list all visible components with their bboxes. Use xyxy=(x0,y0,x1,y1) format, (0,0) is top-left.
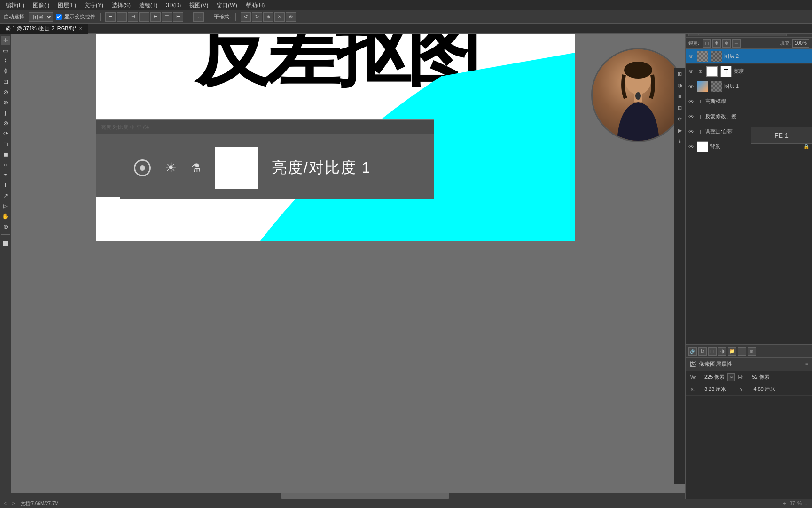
menu-text[interactable]: 文字(Y) xyxy=(81,0,107,10)
menu-edit[interactable]: 编辑(E) xyxy=(2,0,28,10)
statusbar-right-arrow[interactable]: > xyxy=(12,501,15,506)
new-group-btn[interactable]: 📁 xyxy=(728,347,736,356)
fill-value[interactable]: 100% xyxy=(792,39,809,48)
link-layers-btn[interactable]: 🔗 xyxy=(688,347,697,356)
layer-style-btn[interactable]: fx xyxy=(698,347,707,356)
lock-artboard-btn[interactable]: → xyxy=(732,39,741,48)
layer-item-layer2[interactable]: 👁 图层 2 xyxy=(686,49,812,64)
new-fill-btn[interactable]: ◑ xyxy=(718,347,726,356)
history-brush-tool[interactable]: ⟳ xyxy=(1,129,10,138)
layer-mode-select[interactable]: 图层 组 xyxy=(29,12,53,22)
adjustments-panel-toggle[interactable]: ◑ xyxy=(676,81,684,89)
layer-thumbnail-box[interactable] xyxy=(215,147,258,189)
lock-position-btn[interactable]: ⊕ xyxy=(722,39,731,48)
select-rect-tool[interactable]: ▭ xyxy=(1,46,10,56)
align-bottom[interactable]: ⊤ xyxy=(162,12,172,22)
clone-tool[interactable]: ⊗ xyxy=(1,119,10,128)
align-left[interactable]: ⊢ xyxy=(105,12,116,22)
eraser-tool[interactable]: ◻ xyxy=(1,139,10,149)
align-right[interactable]: ⊣ xyxy=(128,12,138,22)
more-btn[interactable]: ··· xyxy=(193,12,204,22)
lock-transparent-btn[interactable]: ◻ xyxy=(703,39,711,48)
tab-document[interactable]: @ 1 @ 371% (图层 2, RGB/8)* × xyxy=(0,24,88,34)
lasso-tool[interactable]: ⌇ xyxy=(1,56,10,66)
show-transform-label: 显示变换控件 xyxy=(64,13,95,20)
eyedropper-tool[interactable]: ⊘ xyxy=(1,87,10,97)
statusbar-left-arrow[interactable]: < xyxy=(4,501,7,506)
menu-3d[interactable]: 3D(D) xyxy=(162,1,185,9)
paths-panel-toggle[interactable]: ⊡ xyxy=(676,103,684,112)
statusbar-file-size: 文档:7.66M/27.7M xyxy=(21,500,59,507)
layer-eye-icon[interactable] xyxy=(134,159,151,176)
fg-color[interactable]: ◼ xyxy=(1,238,10,247)
new-layer-btn[interactable]: + xyxy=(738,347,746,356)
zoom-tool[interactable]: ⊕ xyxy=(1,222,10,231)
align-center-h[interactable]: ⊥ xyxy=(117,12,127,22)
layer-item-layer1[interactable]: 👁 图层 1 xyxy=(686,79,812,94)
zoom-out-icon[interactable]: - xyxy=(805,500,807,507)
zoom-in-icon[interactable]: + xyxy=(782,500,786,507)
distribute[interactable]: ⊢ xyxy=(173,12,183,22)
gradient-tool[interactable]: ◼ xyxy=(1,150,10,159)
undo-btn[interactable]: ↺ xyxy=(241,12,251,22)
text-tool[interactable]: T xyxy=(1,181,10,190)
menu-help[interactable]: 帮助(H) xyxy=(242,0,269,10)
menu-select[interactable]: 选择(S) xyxy=(108,0,134,10)
layer-item-width[interactable]: 👁 ⊕ T 宽度 xyxy=(686,64,812,79)
bg-visibility[interactable]: 👁 xyxy=(688,143,695,150)
layer2-visibility[interactable]: 👁 xyxy=(688,53,695,60)
brush-tool[interactable]: ∫ xyxy=(1,108,10,118)
h-value[interactable]: 52 像素 xyxy=(752,373,769,381)
align-center-v[interactable]: ⊢ xyxy=(150,12,161,22)
gaussian-visibility[interactable]: 👁 xyxy=(688,98,695,105)
cancel-btn[interactable]: ✕ xyxy=(274,12,285,22)
menu-filter[interactable]: 滤镜(T) xyxy=(135,0,161,10)
move-tool[interactable]: ✛ xyxy=(1,36,10,45)
x-value[interactable]: 3.23 厘米 xyxy=(704,386,726,393)
delete-layer-btn[interactable]: 🗑 xyxy=(748,347,756,356)
w-value[interactable]: 225 像素 xyxy=(704,373,725,381)
actions-panel-toggle[interactable]: ▶ xyxy=(676,126,684,135)
history-panel-toggle[interactable]: ⟳ xyxy=(676,115,684,123)
toolbar-divider-2 xyxy=(188,13,188,21)
link-wh-btn[interactable]: ∞ xyxy=(727,373,735,381)
menu-image[interactable]: 图像(I) xyxy=(29,0,53,10)
tab-close[interactable]: × xyxy=(79,26,82,31)
menu-window[interactable]: 窗口(W) xyxy=(213,0,241,10)
menu-layer[interactable]: 图层(L) xyxy=(54,0,80,10)
pen-tool[interactable]: ✒ xyxy=(1,170,10,180)
add-mask-btn[interactable]: ◻ xyxy=(708,347,717,356)
horizontal-scrollbar[interactable] xyxy=(11,493,685,499)
info-panel-toggle[interactable]: ℹ xyxy=(676,137,684,146)
fill-label: 填充: xyxy=(780,39,791,48)
channels-panel-toggle[interactable]: ≡ xyxy=(676,92,684,101)
hscroll-thumb[interactable] xyxy=(281,493,450,499)
confirm-btn[interactable]: ⊗ xyxy=(286,12,296,22)
hand-tool[interactable]: ✋ xyxy=(1,212,10,221)
show-transform-checkbox[interactable] xyxy=(56,14,62,20)
sun-brightness-icon[interactable]: ☀ xyxy=(165,160,177,175)
shape-tool[interactable]: ▷ xyxy=(1,201,10,211)
props-menu-btn[interactable]: ≡ xyxy=(805,362,808,367)
tool-divider xyxy=(1,234,10,235)
width-visibility[interactable]: 👁 xyxy=(688,68,695,75)
gaussian-icon: T xyxy=(697,98,703,105)
align-top[interactable]: — xyxy=(139,12,149,22)
path-select-tool[interactable]: ↗ xyxy=(1,191,10,200)
y-value[interactable]: 4.89 厘米 xyxy=(753,386,775,393)
magic-wand-tool[interactable]: ⁑ xyxy=(1,67,10,76)
layer-item-repeat[interactable]: 👁 T 反复修改、擦 xyxy=(686,109,812,124)
redo-btn[interactable]: ↻ xyxy=(252,12,262,22)
repeat-visibility[interactable]: 👁 xyxy=(688,113,695,120)
layers-panel-toggle[interactable]: ⊞ xyxy=(676,70,684,78)
healing-tool[interactable]: ⊕ xyxy=(1,98,10,107)
adjust-visibility[interactable]: 👁 xyxy=(688,128,695,135)
menu-view[interactable]: 视图(V) xyxy=(186,0,212,10)
lock-image-btn[interactable]: ✚ xyxy=(712,39,721,48)
popup-inner: ☀ ⚗ 亮度/对比度 1 xyxy=(120,136,434,199)
layer-item-gaussian[interactable]: 👁 T 高斯模糊 xyxy=(686,94,812,109)
layer1-visibility[interactable]: 👁 xyxy=(688,83,695,90)
crop-tool[interactable]: ⊡ xyxy=(1,77,10,87)
mode-btn[interactable]: ⊕ xyxy=(263,12,273,22)
dodge-tool[interactable]: ○ xyxy=(1,160,10,169)
